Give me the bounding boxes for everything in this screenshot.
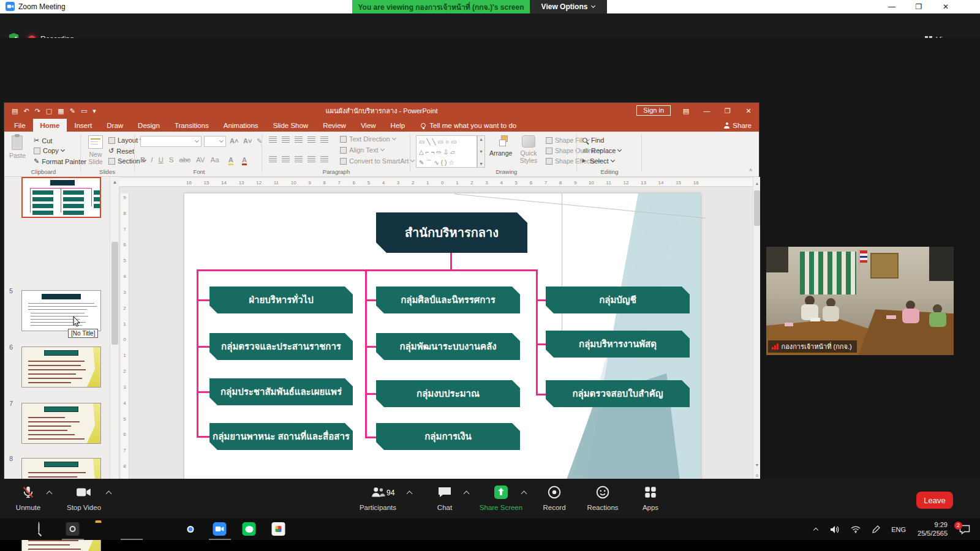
character-spacing-button[interactable]: AV (196, 156, 205, 163)
windows-ink-pen-icon[interactable] (872, 525, 880, 534)
org-box[interactable]: กลุ่มพัฒนาระบบงานคลัง (376, 333, 520, 360)
numbering-icon[interactable] (282, 137, 290, 143)
text-direction-button[interactable]: Text Direction (340, 135, 396, 143)
text-shadow-button[interactable]: S (169, 156, 174, 163)
new-slide-button[interactable]: New Slide (85, 135, 106, 165)
scroll-up-button[interactable]: ▲ (753, 178, 761, 188)
quick-styles-button[interactable]: Quick Styles (516, 135, 541, 164)
tell-me-box[interactable]: Tell me what you want to do (421, 119, 516, 132)
font-size-combobox[interactable] (204, 136, 226, 147)
wifi-icon[interactable] (851, 525, 861, 533)
shape-gallery-scrollbar[interactable]: ▲▼▼ (477, 135, 485, 168)
maximize-button[interactable]: ❐ (905, 0, 932, 13)
reset-button[interactable]: ↺Reset (108, 147, 134, 155)
org-box[interactable]: กลุ่มการเงิน (376, 423, 520, 450)
copy-button[interactable]: Copy (34, 147, 65, 154)
replace-button[interactable]: abReplace (582, 147, 622, 154)
unmute-button[interactable]: Unmute (0, 485, 59, 511)
participants-button[interactable]: Participants (347, 485, 409, 511)
taskbar-app-recorder[interactable] (66, 522, 80, 536)
font-color-button[interactable]: A (242, 156, 247, 165)
align-text-button[interactable]: Align Text (340, 146, 385, 154)
video-options-chevron[interactable] (106, 490, 112, 496)
org-box[interactable]: กลุ่มศิลป์และนิทรรศการ (376, 287, 520, 313)
italic-button[interactable]: I (151, 156, 153, 163)
slide-thumbnail-6[interactable] (21, 347, 101, 388)
ppt-minimize-button[interactable]: — (696, 103, 717, 119)
ppt-restore-button[interactable]: ❐ (717, 103, 738, 119)
line-spacing-icon[interactable] (320, 137, 328, 143)
tab-slideshow[interactable]: Slide Show (266, 119, 316, 132)
share-screen-button[interactable]: Share Screen (470, 485, 532, 511)
org-box[interactable]: กลุ่มประชาสัมพันธ์และเผยแพร่ (209, 378, 353, 405)
notification-center-button[interactable]: 2 (959, 525, 970, 534)
slide-thumbnail-4-selected[interactable] (21, 177, 101, 218)
taskbar-chrome[interactable] (184, 522, 198, 536)
tab-design[interactable]: Design (130, 119, 167, 132)
format-painter-button[interactable]: ✎Format Painter (34, 157, 86, 165)
align-left-icon[interactable] (269, 156, 277, 162)
cut-button[interactable]: ✂Cut (34, 137, 52, 144)
increase-indent-icon[interactable] (307, 137, 315, 143)
org-box[interactable]: ฝ่ายบริหารทั่วไป (209, 287, 353, 313)
close-button[interactable]: ✕ (932, 0, 959, 13)
align-right-icon[interactable] (295, 156, 303, 162)
ribbon-options-icon[interactable]: ▤ (676, 103, 696, 119)
find-button[interactable]: Find (582, 137, 604, 144)
org-box[interactable]: กลุ่มตรวจและประสานราชการ (209, 333, 353, 360)
org-box[interactable]: กลุ่มบัญชี (546, 287, 690, 313)
tab-home[interactable]: Home (33, 119, 67, 132)
view-options-button[interactable]: View Options (530, 0, 607, 13)
participants-options-chevron[interactable] (407, 490, 413, 496)
columns-icon[interactable] (320, 156, 328, 162)
tab-animations[interactable]: Animations (216, 119, 266, 132)
taskbar-clock[interactable]: 9:29 25/5/2565 (918, 521, 948, 538)
audio-options-chevron[interactable] (47, 490, 53, 496)
paste-button[interactable]: Paste (9, 135, 26, 159)
slide-thumbnail-5[interactable] (21, 290, 101, 331)
select-button[interactable]: Select (582, 157, 615, 165)
start-button[interactable] (6, 522, 20, 536)
org-box[interactable]: กลุ่มบริหารงานพัสดุ (546, 331, 690, 358)
grow-font-button[interactable]: A˄ (230, 137, 238, 144)
bullets-icon[interactable] (269, 137, 277, 143)
taskbar-search-button[interactable] (36, 522, 50, 536)
decrease-indent-icon[interactable] (295, 137, 303, 143)
panel-scrollbar[interactable]: ▲ ▼ (110, 177, 119, 497)
taskbar-edge[interactable] (154, 522, 168, 536)
scroll-up-button[interactable]: ▲ (110, 177, 119, 187)
share-button[interactable]: Share (724, 119, 752, 132)
collapse-ribbon-icon[interactable]: ˄ (749, 167, 752, 173)
underline-button[interactable]: U (159, 156, 164, 163)
slide-thumbnail-7[interactable] (21, 403, 101, 444)
strikethrough-button[interactable]: abc (179, 156, 191, 163)
tab-draw[interactable]: Draw (99, 119, 130, 132)
tab-review[interactable]: Review (315, 119, 353, 132)
leave-button[interactable]: Leave (916, 492, 953, 509)
stop-video-button[interactable]: Stop Video (53, 485, 115, 511)
taskbar-zoom[interactable] (213, 522, 227, 536)
scrollbar-thumb[interactable] (754, 190, 760, 226)
scrollbar-thumb[interactable] (111, 242, 118, 345)
convert-smartart-button[interactable]: Convert to SmartArt (340, 157, 415, 165)
hidden-icons-chevron[interactable] (813, 527, 819, 532)
highlight-color-button[interactable]: A (228, 156, 233, 165)
tab-file[interactable]: File (7, 119, 33, 132)
scroll-down-button[interactable]: ▼ (753, 460, 761, 470)
org-box[interactable]: กลุ่มงบประมาณ (376, 380, 520, 407)
tab-view[interactable]: View (353, 119, 383, 132)
participant-video-tile[interactable]: กองการเจ้าหน้าที่ (กกจ.) (766, 247, 954, 355)
ppt-close-button[interactable]: ✕ (738, 103, 759, 119)
minimize-button[interactable]: — (878, 0, 905, 13)
shape-gallery[interactable]: ▭╲╲▭○▭△⌐¬⇨⇩▱✎⌒∿()☆ (416, 135, 477, 168)
language-indicator[interactable]: ENG (891, 526, 906, 533)
taskbar-line-app[interactable] (243, 522, 257, 536)
layout-button[interactable]: Layout (108, 137, 144, 144)
volume-icon[interactable] (830, 525, 840, 534)
sign-in-button[interactable]: Sign in (636, 105, 671, 116)
slide-canvas[interactable]: สำนักบริหารกลาง ฝ่ายบริหารทั่วไป กลุ่มตร… (184, 193, 701, 486)
change-case-button[interactable]: Aa (211, 156, 219, 163)
align-center-icon[interactable] (282, 156, 290, 162)
shrink-font-button[interactable]: A˅ (243, 137, 252, 144)
chat-options-chevron[interactable] (464, 490, 470, 496)
